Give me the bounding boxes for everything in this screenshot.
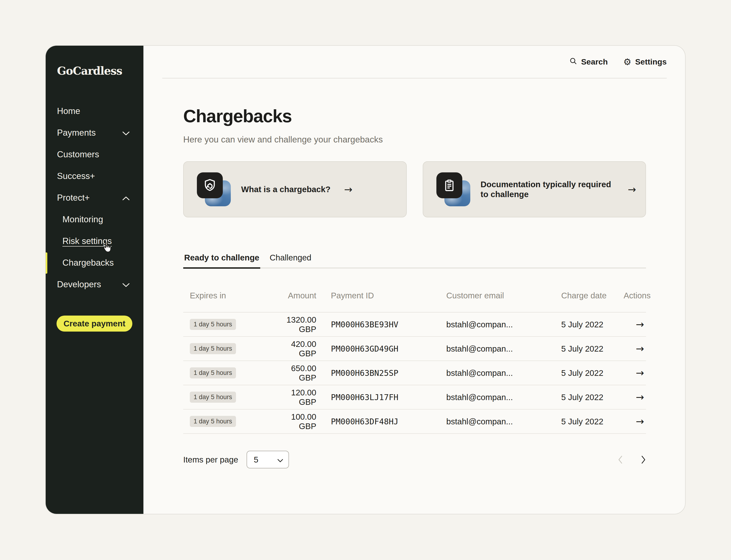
pagination: Items per page 5 [183,451,646,468]
table-row: 1 day 5 hours 1320.00 GBP PM000H63BE93HV… [183,312,646,337]
customer-email-cell: bstahl@compan... [446,417,561,426]
select-chevron-down-icon [277,455,283,464]
pagination-buttons [618,455,646,464]
charge-date-cell: 5 July 2022 [561,368,624,378]
next-page-button[interactable] [641,455,646,464]
column-header-charge-date: Charge date [561,291,624,300]
charge-date-cell: 5 July 2022 [561,320,624,329]
chevron-down-icon [122,128,130,138]
expires-badge: 1 day 5 hours [190,416,236,427]
column-header-payment-id: Payment ID [316,291,446,300]
chevron-down-icon [122,280,130,289]
topbar: Search ⚙ Settings [143,46,685,78]
row-action-arrow[interactable]: → [636,319,644,330]
amount-cell: 650.00 GBP [273,364,316,382]
table-row: 1 day 5 hours 420.00 GBP PM000H63GD49GH … [183,337,646,361]
payment-id-cell: PM000H63BN25SP [316,368,446,378]
row-action-arrow[interactable]: → [636,391,644,403]
customer-email-cell: bstahl@compan... [446,344,561,353]
search-button[interactable]: Search [569,57,608,67]
sidebar-item-label: Success+ [57,171,95,181]
sidebar-item-monitoring[interactable]: Monitoring [46,209,143,230]
amount-cell: 120.00 GBP [273,388,316,407]
amount-cell: 420.00 GBP [273,339,316,358]
table-row: 1 day 5 hours 120.00 GBP PM000H63LJ17FH … [183,385,646,410]
column-header-actions: Actions [624,291,653,300]
charge-date-cell: 5 July 2022 [561,417,624,426]
active-indicator [46,252,47,274]
page-title: Chargebacks [183,106,646,126]
settings-button[interactable]: ⚙ Settings [623,57,667,66]
gear-icon: ⚙ [623,57,631,66]
cursor-hand-icon [100,241,113,253]
row-action-arrow[interactable]: → [636,367,644,379]
customer-email-cell: bstahl@compan... [446,320,561,329]
card-icon-stack [197,172,231,206]
card-label: What is a chargeback? [241,184,330,194]
sidebar-item-label: Payments [57,128,96,138]
gocardless-logo: GoCardless [57,65,143,77]
sidebar-item-label: Home [57,106,80,116]
sidebar-item-risk-settings[interactable]: Risk settings [46,230,143,252]
settings-label: Settings [635,57,667,66]
column-header-expires-in: Expires in [183,291,273,300]
expires-badge: 1 day 5 hours [190,367,236,378]
items-per-page-select[interactable]: 5 [247,451,289,468]
arrow-right-icon: → [344,184,352,195]
row-action-arrow[interactable]: → [636,416,644,427]
expires-badge: 1 day 5 hours [190,343,236,354]
expires-badge: 1 day 5 hours [190,392,236,403]
sidebar-item-protect[interactable]: Protect+ [46,187,143,209]
card-icon-stack [436,172,470,206]
sidebar-item-label: Developers [57,280,101,289]
search-icon [569,57,577,67]
app-window: GoCardless Home Payments Customers Succe… [45,45,686,514]
table-header: Expires in Amount Payment ID Customer em… [183,282,646,312]
sidebar: GoCardless Home Payments Customers Succe… [46,46,143,514]
customer-email-cell: bstahl@compan... [446,393,561,402]
sidebar-nav: Home Payments Customers Success+ Protect… [46,100,143,295]
payment-id-cell: PM000H63DF48HJ [316,417,446,426]
column-header-customer-email: Customer email [446,291,561,300]
items-per-page-label: Items per page [183,455,238,464]
sidebar-item-label: Monitoring [62,215,103,224]
clipboard-icon [436,172,462,198]
payment-id-cell: PM000H63BE93HV [316,320,446,329]
payment-id-cell: PM000H63GD49GH [316,344,446,353]
shield-arrow-icon [197,172,223,198]
amount-cell: 100.00 GBP [273,412,316,431]
card-label: Documentation typically required to chal… [481,179,614,199]
sidebar-item-chargebacks[interactable]: Chargebacks [46,252,143,274]
sidebar-item-developers[interactable]: Developers [46,274,143,295]
row-action-arrow[interactable]: → [636,343,644,354]
page-subtitle: Here you can view and challenge your cha… [183,134,646,145]
tab-ready-to-challenge[interactable]: Ready to challenge [183,253,260,268]
sidebar-item-label: Chargebacks [62,258,114,268]
payment-id-cell: PM000H63LJ17FH [316,393,446,402]
expires-badge: 1 day 5 hours [190,319,236,330]
previous-page-button[interactable] [618,455,623,464]
sidebar-item-payments[interactable]: Payments [46,122,143,144]
sidebar-item-home[interactable]: Home [46,100,143,122]
header-divider [162,78,667,78]
sidebar-item-customers[interactable]: Customers [46,144,143,165]
search-label: Search [581,57,608,66]
card-what-is-a-chargeback[interactable]: What is a chargeback? → [183,161,407,217]
column-header-amount: Amount [273,291,316,300]
table-row: 1 day 5 hours 100.00 GBP PM000H63DF48HJ … [183,410,646,434]
items-per-page-value: 5 [254,455,258,464]
sidebar-item-label: Customers [57,150,99,159]
customer-email-cell: bstahl@compan... [446,368,561,378]
create-payment-button[interactable]: Create payment [57,316,132,332]
chevron-up-icon [122,193,130,203]
table-row: 1 day 5 hours 650.00 GBP PM000H63BN25SP … [183,361,646,385]
content: Chargebacks Here you can view and challe… [143,106,685,468]
main-area: Search ⚙ Settings Chargebacks Here you c… [143,46,685,514]
sidebar-item-label: Protect+ [57,193,90,203]
tab-challenged[interactable]: Challenged [269,253,312,268]
tabs: Ready to challenge Challenged [183,253,646,268]
charge-date-cell: 5 July 2022 [561,393,624,402]
sidebar-item-success[interactable]: Success+ [46,165,143,187]
card-documentation-required[interactable]: Documentation typically required to chal… [423,161,646,217]
amount-cell: 1320.00 GBP [273,315,316,334]
